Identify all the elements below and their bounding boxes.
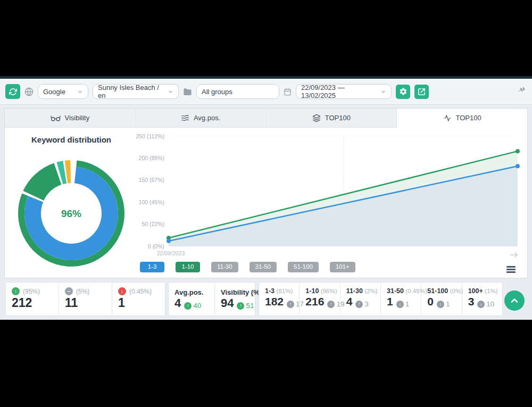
range-percent: (81%) [277, 288, 293, 294]
range-percent: (96%) [321, 288, 337, 294]
range-value: 1 [387, 295, 393, 308]
range-cell-100[interactable]: 100+ (1%)3↓10 [462, 283, 502, 315]
y-axis-tick-label: 50 (22%) [142, 221, 164, 227]
project-select[interactable]: Sunny Isles Beach / en [93, 84, 179, 99]
globe-icon [24, 87, 34, 96]
metric-label: Avg.pos. [174, 288, 203, 296]
down-circle-icon: ↓ [437, 301, 444, 308]
layers-icon [312, 114, 321, 122]
donut-segment[interactable] [23, 163, 61, 200]
changes-cell-up[interactable]: ↑(95%)212 [6, 283, 59, 315]
keyword-distribution-title: Keyword distribution [5, 135, 138, 144]
settings-button[interactable] [396, 85, 410, 99]
groups-value: All groups [202, 88, 232, 96]
refresh-button[interactable] [5, 84, 20, 99]
legend-button-51-100[interactable]: 51-100 [288, 262, 319, 272]
wavy-lines-icon [181, 114, 189, 122]
down-circle-icon: ↓ [118, 287, 126, 295]
changes-percent: (95%) [23, 288, 40, 295]
metric-value: 4 [174, 296, 181, 310]
range-cell-1-10[interactable]: 1-10 (96%)216↑19 [300, 283, 340, 315]
toolbar: Google Sunny Isles Beach / en All groups… [0, 76, 532, 105]
data-point[interactable] [516, 149, 520, 153]
up-circle-icon: ↑ [327, 301, 335, 308]
up-circle-icon: ↑ [237, 302, 244, 310]
tab-2-top100[interactable]: TOP100 [267, 109, 397, 128]
line-chart-widget: 0 (0%)50 (22%)100 (45%)150 (67%)200 (89%… [134, 128, 524, 279]
metric-delta: 40 [193, 302, 201, 310]
up-circle-icon: ↑ [12, 287, 20, 295]
range-delta: 10 [486, 300, 494, 308]
changes-percent: (5%) [76, 288, 89, 295]
range-cell-1-3[interactable]: 1-3 (81%)182↑17 [259, 283, 300, 315]
search-engine-value: Google [43, 88, 65, 96]
minus-circle-icon: − [65, 287, 73, 295]
range-cell-31-50[interactable]: 31-50 (0.45%)1↓1 [381, 283, 421, 315]
range-value: 3 [468, 295, 475, 308]
data-point[interactable] [516, 164, 520, 168]
y-axis-tick-label: 100 (45%) [139, 199, 164, 205]
chevron-down-icon [380, 89, 386, 95]
down-circle-icon: ↓ [477, 301, 485, 308]
chart-menu-icon[interactable] [506, 266, 516, 274]
pin-icon[interactable] [517, 85, 527, 96]
tab-1-avg-pos[interactable]: Avg.pos. [136, 109, 267, 128]
up-circle-icon: ↑ [184, 302, 192, 310]
project-value: Sunny Isles Beach / en [98, 84, 163, 99]
range-percent: (0%) [450, 288, 463, 294]
range-cell-51-100[interactable]: 51-100 (0%)0↓1 [421, 283, 462, 315]
chart-legend: 1-31-1011-3031-5051-100101+ [140, 262, 355, 272]
metrics-summary-card: Avg.pos.4↑40Visibility (%)94↑51 [168, 282, 255, 316]
metric-cell-visibility[interactable]: Visibility (%)94↑51 [215, 283, 255, 315]
range-value: 4 [346, 295, 353, 308]
tab-3-top100[interactable]: TOP100 [397, 109, 527, 128]
tab-label: TOP100 [456, 114, 481, 122]
export-icon [418, 88, 426, 96]
y-axis-tick-label: 250 (112%) [136, 133, 164, 139]
groups-input[interactable]: All groups [196, 84, 279, 99]
scroll-to-top-button[interactable] [504, 290, 525, 311]
refresh-icon [9, 88, 17, 96]
legend-button-101[interactable]: 101+ [330, 262, 355, 272]
keyword-distribution-donut-chart[interactable]: 96% [15, 157, 128, 270]
range-value: 0 [427, 295, 434, 308]
range-label: 11-30 [346, 287, 363, 295]
tab-label: Visibility [65, 114, 90, 122]
gear-icon [399, 87, 408, 96]
chevron-down-icon [168, 89, 173, 95]
chevron-down-icon [77, 89, 83, 95]
tab-0-visibility[interactable]: Visibility [5, 109, 136, 128]
top100-line-chart[interactable]: 0 (0%)50 (22%)100 (45%)150 (67%)200 (89%… [134, 128, 524, 259]
data-point[interactable] [167, 239, 171, 243]
folder-icon [183, 87, 192, 96]
changes-value: 1 [118, 296, 159, 310]
changes-cell-down[interactable]: ↓(0.45%)1 [112, 283, 165, 315]
scroll-right-arrow-icon[interactable] [510, 253, 517, 257]
area-below-blue [169, 166, 518, 246]
x-axis-label: 22/09/2023 [157, 250, 185, 256]
export-button[interactable] [414, 85, 429, 99]
search-engine-select[interactable]: Google [38, 84, 88, 99]
range-cell-11-30[interactable]: 11-30 (2%)4↑3 [340, 283, 381, 315]
activity-icon [443, 114, 452, 122]
range-label: 51-100 [427, 287, 448, 295]
metric-cell-avg-pos[interactable]: Avg.pos.4↑40 [169, 283, 215, 315]
donut-center-label: 96% [61, 208, 81, 219]
legend-button-1-3[interactable]: 1-3 [140, 262, 164, 272]
date-range-value: 22/09/2023 — 13/02/2025 [301, 84, 376, 99]
range-percent: (1%) [485, 288, 497, 294]
tab-label: Avg.pos. [194, 114, 220, 122]
dashboard-panel: VisibilityAvg.pos.TOP100TOP100 Keyword d… [4, 108, 528, 278]
metric-label: Visibility (%) [221, 288, 262, 296]
range-delta: 1 [405, 300, 410, 308]
changes-summary-card: ↑(95%)212−(5%)11↓(0.45%)1 [5, 282, 165, 316]
date-range-select[interactable]: 22/09/2023 — 13/02/2025 [296, 84, 392, 99]
legend-button-1-10[interactable]: 1-10 [176, 262, 200, 272]
metric-delta: 51 [246, 302, 254, 310]
legend-button-11-30[interactable]: 11-30 [211, 262, 238, 272]
down-circle-icon: ↓ [396, 301, 404, 308]
legend-button-31-50[interactable]: 31-50 [250, 262, 277, 272]
up-circle-icon: ↑ [355, 301, 363, 308]
changes-cell-neutral[interactable]: −(5%)11 [59, 283, 112, 315]
up-circle-icon: ↑ [287, 301, 294, 308]
